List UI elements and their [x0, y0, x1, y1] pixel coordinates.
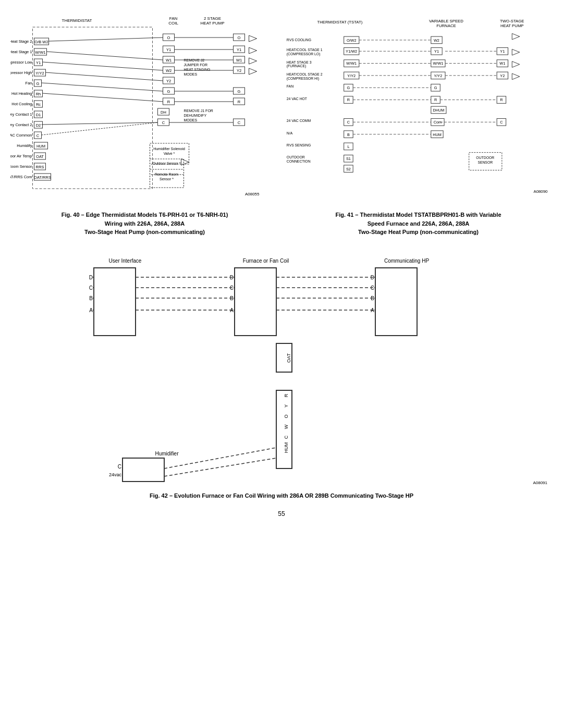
svg-text:OAT: OAT [286, 353, 291, 362]
svg-text:O: O [238, 35, 241, 40]
fig42-section: User Interface Furnace or Fan Coil Commu… [10, 252, 553, 500]
svg-text:B: B [89, 295, 93, 301]
svg-text:G: G [36, 81, 40, 86]
svg-rect-209 [94, 268, 136, 336]
fig41-diagram: THERMIDISTAT (TSTAT) VARIABLE SPEED FURN… [284, 16, 553, 205]
svg-line-95 [42, 83, 163, 91]
svg-text:Y/Y2: Y/Y2 [347, 73, 356, 78]
svg-marker-187 [512, 61, 520, 68]
fig41-svg: THERMIDISTAT (TSTAT) VARIABLE SPEED FURN… [284, 16, 553, 203]
svg-text:Y/Y2: Y/Y2 [434, 73, 443, 78]
svg-text:A08090: A08090 [534, 189, 548, 194]
svg-text:(COMPRESSOR LO): (COMPRESSOR LO) [287, 52, 321, 56]
svg-text:O: O [167, 35, 170, 40]
fig42-caption: Fig. 42 – Evolution Furnace or Fan Coil … [10, 491, 553, 500]
fig42-svg: User Interface Furnace or Fan Coil Commu… [10, 252, 553, 487]
svg-text:C: C [238, 120, 241, 125]
svg-text:O: O [284, 414, 289, 418]
svg-text:Compressor Low: Compressor Low [10, 60, 32, 65]
svg-text:24VAC Common: 24VAC Common [10, 133, 32, 138]
svg-marker-87 [249, 35, 257, 42]
svg-text:R: R [500, 97, 503, 102]
svg-text:User Interface: User Interface [109, 258, 142, 264]
svg-text:OAT/RRS Com: OAT/RRS Com [10, 175, 32, 179]
svg-text:FAN: FAN [169, 16, 178, 21]
svg-text:A08055: A08055 [245, 192, 260, 196]
svg-text:Outdoor Sensor *: Outdoor Sensor * [152, 162, 180, 165]
svg-text:Rh: Rh [36, 92, 41, 96]
svg-text:Dry Contact 1: Dry Contact 1 [10, 112, 32, 117]
svg-line-96 [43, 93, 163, 102]
svg-text:HUM: HUM [284, 442, 289, 453]
svg-marker-188 [512, 73, 520, 80]
svg-text:C: C [118, 464, 121, 470]
svg-text:24VAC Hot Heating: 24VAC Hot Heating [10, 91, 32, 96]
fig41-caption-text: Fig. 41 – Thermidistat Model TSTATBBPRH0… [284, 211, 553, 237]
svg-text:24 VAC HOT: 24 VAC HOT [287, 97, 307, 101]
svg-text:FURNACE: FURNACE [436, 23, 456, 28]
fig40-caption-text: Fig. 40 – Edge Thermidistat Models T6-PR… [10, 211, 279, 237]
svg-text:(FURNACE): (FURNACE) [287, 64, 306, 68]
svg-text:TWO-STAGE: TWO-STAGE [500, 19, 524, 23]
svg-text:C: C [347, 120, 350, 125]
svg-text:2 STAGE: 2 STAGE [204, 16, 221, 21]
svg-text:HUM: HUM [433, 132, 442, 137]
svg-text:Rc: Rc [36, 102, 41, 107]
svg-text:HEAT STAGING: HEAT STAGING [184, 68, 211, 71]
svg-text:R: R [167, 100, 170, 104]
svg-text:S2: S2 [346, 167, 351, 171]
fig40-diagram: THERMIDISTAT FAN COIL 2 STAGE HEAT PUMP … [10, 16, 279, 205]
svg-text:G: G [238, 89, 241, 94]
svg-text:Y1: Y1 [500, 49, 505, 54]
svg-text:Heat Stage 1: Heat Stage 1 [10, 50, 32, 54]
svg-text:Y1: Y1 [237, 47, 241, 52]
svg-text:R: R [347, 97, 350, 102]
svg-text:C: C [162, 120, 165, 125]
svg-line-92 [47, 52, 163, 60]
svg-marker-90 [249, 68, 257, 75]
svg-marker-89 [249, 58, 257, 64]
svg-line-257 [164, 448, 276, 468]
svg-text:Y2: Y2 [237, 68, 241, 73]
svg-text:R: R [238, 100, 241, 104]
svg-text:MODES: MODES [184, 72, 198, 76]
svg-text:HEAT/COOL STAGE 1: HEAT/COOL STAGE 1 [287, 48, 323, 52]
svg-text:FAN: FAN [287, 84, 293, 88]
svg-text:24VAC Hot Cooling: 24VAC Hot Cooling [10, 102, 32, 106]
svg-text:DH: DH [161, 110, 166, 115]
svg-text:VARIABLE SPEED: VARIABLE SPEED [429, 19, 463, 23]
svg-text:Remote Room Sensor: Remote Room Sensor [10, 164, 32, 169]
svg-text:Y1: Y1 [36, 60, 41, 65]
svg-text:S1: S1 [346, 156, 351, 161]
svg-text:Y1: Y1 [166, 47, 171, 52]
svg-text:C: C [284, 435, 289, 439]
svg-text:R: R [284, 393, 289, 397]
svg-text:RVS/Heat Stage 2: RVS/Heat Stage 2 [10, 39, 32, 44]
svg-text:24 VAC COMM: 24 VAC COMM [287, 119, 311, 122]
svg-text:COIL: COIL [168, 21, 178, 26]
svg-text:Y/Y2: Y/Y2 [35, 71, 44, 76]
svg-text:W2: W2 [434, 38, 439, 43]
svg-text:O/W2: O/W2 [347, 38, 357, 43]
svg-text:Humidifier: Humidifier [155, 451, 179, 456]
svg-text:O/B W2: O/B W2 [34, 40, 48, 44]
svg-text:OAT: OAT [36, 154, 44, 159]
svg-text:Dry Contact 2: Dry Contact 2 [10, 122, 32, 127]
svg-text:D1: D1 [36, 113, 41, 117]
svg-rect-227 [375, 268, 417, 336]
svg-text:Y2: Y2 [166, 79, 171, 83]
svg-text:G: G [347, 85, 350, 90]
svg-text:Y: Y [284, 404, 289, 407]
svg-text:HEAT/COOL STAGE 2: HEAT/COOL STAGE 2 [287, 72, 323, 76]
svg-line-258 [164, 458, 276, 476]
svg-text:OUTDOOR: OUTDOOR [476, 156, 494, 159]
svg-text:W/W1: W/W1 [433, 61, 444, 66]
svg-text:W: W [284, 424, 289, 429]
svg-text:HEAT PUMP: HEAT PUMP [500, 23, 524, 28]
svg-text:W1: W1 [166, 58, 172, 63]
svg-text:W2: W2 [166, 68, 172, 73]
svg-rect-5 [33, 27, 153, 189]
svg-text:RRS: RRS [36, 165, 44, 169]
svg-line-94 [46, 72, 163, 81]
fig40-svg: THERMIDISTAT FAN COIL 2 STAGE HEAT PUMP … [10, 16, 279, 203]
